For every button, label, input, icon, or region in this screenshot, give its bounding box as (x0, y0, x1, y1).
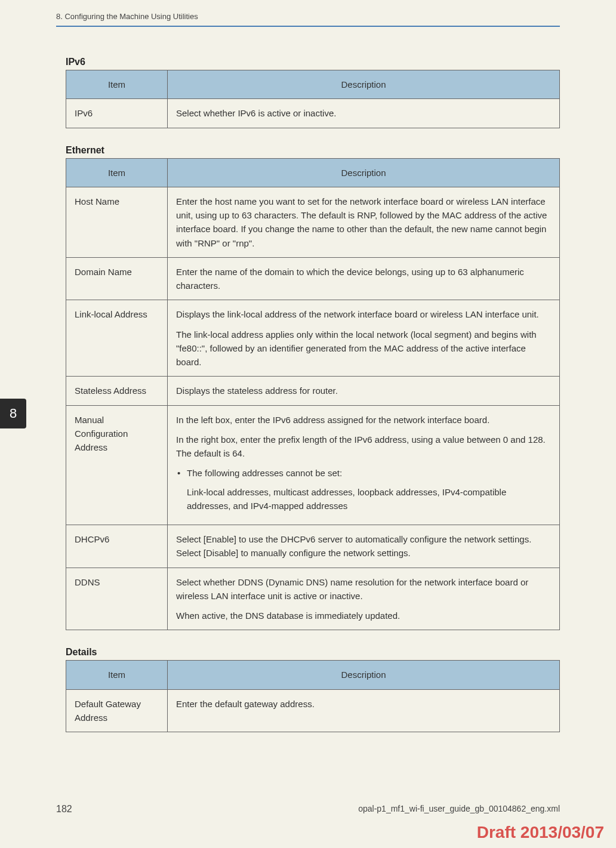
page-header: 8. Configuring the Machine Using Utiliti… (0, 0, 616, 26)
draft-stamp: Draft 2013/03/07 (477, 823, 604, 842)
section-title-ethernet: Ethernet (66, 145, 560, 156)
header-description: Description (168, 70, 560, 99)
header-item: Item (66, 158, 168, 187)
cell-item: IPv6 (66, 99, 168, 128)
cell-description: Select whether DDNS (Dynamic DNS) name r… (168, 568, 560, 630)
table-row: DDNS Select whether DDNS (Dynamic DNS) n… (66, 568, 560, 630)
cell-item: DHCPv6 (66, 525, 168, 568)
header-description: Description (168, 158, 560, 187)
ipv6-table: Item Description IPv6 Select whether IPv… (66, 70, 560, 128)
table-row: Link-local Address Displays the link-loc… (66, 300, 560, 377)
bullet-text: The following addresses cannot be set: (187, 468, 342, 478)
table-header-row: Item Description (66, 661, 560, 689)
description-paragraph: In the left box, enter the IPv6 address … (176, 413, 551, 427)
list-item: The following addresses cannot be set: L… (187, 466, 551, 513)
cell-description: Enter the host name you want to set for … (168, 187, 560, 257)
bullet-sub-text: Link-local addresses, multicast addresse… (187, 485, 551, 513)
table-row: DHCPv6 Select [Enable] to use the DHCPv6… (66, 525, 560, 568)
cell-description: Enter the default gateway address. (168, 689, 560, 732)
side-tab-number: 8 (10, 406, 17, 421)
description-paragraph: Displays the link-local address of the n… (176, 307, 551, 321)
cell-item: DDNS (66, 568, 168, 630)
cell-description: Select whether IPv6 is active or inactiv… (168, 99, 560, 128)
description-paragraph: When active, the DNS database is immedia… (176, 609, 551, 622)
description-paragraph: The link-local address applies only with… (176, 328, 551, 369)
section-title-details: Details (66, 647, 560, 658)
ethernet-table: Item Description Host Name Enter the hos… (66, 158, 560, 631)
cell-description: Enter the name of the domain to which th… (168, 257, 560, 300)
table-row: Manual Configuration Address In the left… (66, 405, 560, 525)
content-area: IPv6 Item Description IPv6 Select whethe… (0, 27, 616, 732)
header-item: Item (66, 70, 168, 99)
page-footer: 182 opal-p1_mf1_wi-fi_user_guide_gb_0010… (0, 804, 616, 815)
header-item: Item (66, 661, 168, 689)
cell-description: In the left box, enter the IPv6 address … (168, 405, 560, 525)
page-number: 182 (56, 804, 72, 815)
chapter-title: 8. Configuring the Machine Using Utiliti… (56, 12, 198, 21)
bullet-list: The following addresses cannot be set: L… (176, 466, 551, 513)
details-table: Item Description Default Gateway Address… (66, 660, 560, 732)
table-row: Default Gateway Address Enter the defaul… (66, 689, 560, 732)
cell-item: Stateless Address (66, 377, 168, 405)
cell-item: Domain Name (66, 257, 168, 300)
cell-item: Host Name (66, 187, 168, 257)
table-row: Stateless Address Displays the stateless… (66, 377, 560, 405)
table-row: Domain Name Enter the name of the domain… (66, 257, 560, 300)
cell-description: Displays the link-local address of the n… (168, 300, 560, 377)
table-header-row: Item Description (66, 70, 560, 99)
table-row: Host Name Enter the host name you want t… (66, 187, 560, 257)
table-header-row: Item Description (66, 158, 560, 187)
description-paragraph: In the right box, enter the prefix lengt… (176, 433, 551, 461)
description-paragraph: Select whether DDNS (Dynamic DNS) name r… (176, 575, 551, 603)
section-title-ipv6: IPv6 (66, 57, 560, 67)
cell-description: Select [Enable] to use the DHCPv6 server… (168, 525, 560, 568)
header-description: Description (168, 661, 560, 689)
side-tab: 8 (0, 399, 26, 428)
cell-item: Default Gateway Address (66, 689, 168, 732)
cell-item: Link-local Address (66, 300, 168, 377)
cell-description: Displays the stateless address for route… (168, 377, 560, 405)
footer-filename: opal-p1_mf1_wi-fi_user_guide_gb_00104862… (358, 804, 560, 815)
table-row: IPv6 Select whether IPv6 is active or in… (66, 99, 560, 128)
cell-item: Manual Configuration Address (66, 405, 168, 525)
